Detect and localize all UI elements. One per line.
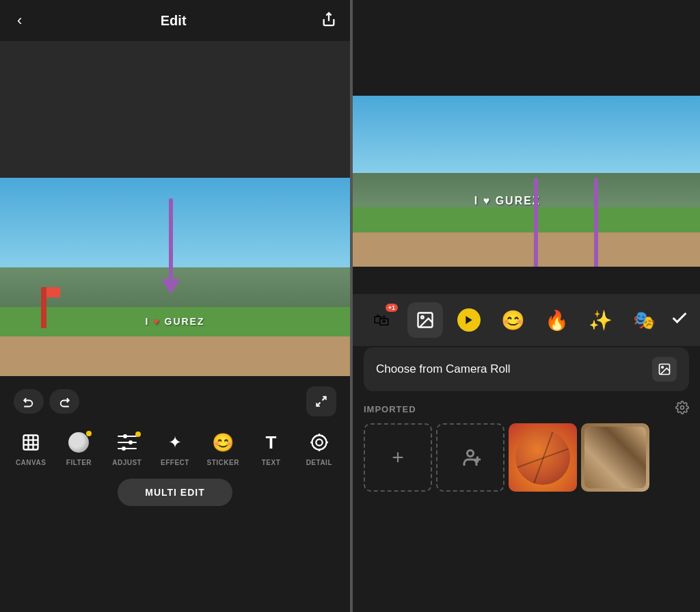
imported-image-1[interactable] (509, 423, 577, 492)
page-title: Edit (161, 13, 187, 29)
undo-redo-buttons (14, 389, 79, 414)
svg-point-20 (468, 451, 474, 457)
arrow-right-1 (526, 178, 546, 267)
tool-text[interactable]: T TEXT (251, 429, 292, 466)
sticker-emoji-button[interactable]: 😊 (495, 302, 530, 338)
imported-grid: + (353, 423, 700, 492)
tool-sticker[interactable]: 😊 STICKER (202, 429, 243, 466)
person-icon (458, 445, 483, 470)
sticker-icon: 😊 (209, 429, 237, 456)
share-button[interactable] (321, 12, 336, 30)
back-button[interactable]: ‹ (14, 8, 25, 33)
svg-point-19 (681, 406, 684, 410)
svg-point-9 (312, 436, 326, 450)
detail-icon (306, 429, 333, 456)
tool-detail[interactable]: DETAIL (299, 429, 340, 466)
bottom-toolbar: CANVAS FILTER (0, 376, 350, 612)
sticker-bag-button[interactable]: 🛍 +1 (364, 302, 399, 338)
expand-button[interactable] (306, 386, 336, 416)
adjust-icon (113, 429, 141, 456)
sign-text-left: I ♥ GUREZ (146, 316, 205, 327)
filter-icon (65, 429, 92, 456)
photo-left: I ♥ GUREZ (0, 178, 350, 376)
svg-marker-16 (466, 316, 472, 324)
dark-area-top (0, 41, 350, 178)
detail-label: DETAIL (306, 459, 332, 466)
sticker-image-button[interactable] (407, 302, 443, 338)
arrows-right (526, 178, 606, 267)
right-panel: I ♥ GUREZ 🛍 +1 (353, 0, 700, 612)
adjust-label: ADJUST (112, 459, 142, 466)
camera-roll-button[interactable]: Choose from Camera Roll (364, 347, 689, 391)
filter-label: FILTER (66, 459, 92, 466)
sticker-fire-button[interactable]: 🔥 (539, 302, 574, 338)
camera-roll-label: Choose from Camera Roll (376, 362, 511, 376)
checkmark-button[interactable] (670, 308, 689, 332)
svg-point-18 (662, 367, 664, 369)
bag-badge: +1 (386, 304, 398, 312)
tool-effect[interactable]: ✦ EFFECT (154, 429, 196, 466)
multi-edit-button[interactable]: MULTI EDIT (118, 479, 232, 506)
tool-adjust[interactable]: ADJUST (107, 429, 148, 466)
camera-roll-icon (652, 357, 677, 382)
canvas-icon (17, 429, 44, 456)
sticker-sparkle-button[interactable]: ✨ (582, 302, 618, 338)
text-icon: T (258, 429, 285, 456)
sticker-play-button[interactable] (451, 302, 487, 338)
sticker-toolbar: 🛍 +1 😊 🔥 (353, 294, 700, 346)
header: ‹ Edit (0, 0, 350, 41)
arrow-left (161, 198, 180, 294)
svg-point-8 (316, 439, 322, 445)
tool-canvas[interactable]: CANVAS (10, 429, 51, 466)
effect-label: EFFECT (161, 459, 189, 466)
photo-right: I ♥ GUREZ (353, 96, 700, 267)
dark-area-top-right (353, 0, 700, 96)
imported-label: IMPORTED (364, 404, 416, 414)
sticker-ghost-button[interactable]: 🎭 (626, 302, 662, 338)
tools-row: CANVAS FILTER (0, 423, 350, 472)
svg-rect-3 (24, 436, 38, 450)
undo-redo-row (0, 386, 350, 423)
canvas-label: CANVAS (16, 459, 46, 466)
redo-button[interactable] (49, 389, 79, 414)
plus-icon: + (392, 446, 404, 469)
imported-image-2[interactable] (581, 423, 649, 492)
tool-filter[interactable]: FILTER (58, 429, 99, 466)
imported-section: IMPORTED (353, 393, 700, 423)
effect-icon: ✦ (161, 429, 189, 456)
svg-point-15 (421, 316, 424, 319)
left-panel: ‹ Edit I ♥ GUREZ (0, 0, 350, 612)
arrow-right-2 (587, 178, 606, 267)
add-import-button[interactable]: + (364, 423, 432, 492)
undo-button[interactable] (14, 389, 44, 414)
sticker-label: STICKER (207, 459, 239, 466)
text-label: TEXT (262, 459, 281, 466)
person-import-button[interactable] (436, 423, 504, 492)
gear-button[interactable] (675, 401, 689, 418)
